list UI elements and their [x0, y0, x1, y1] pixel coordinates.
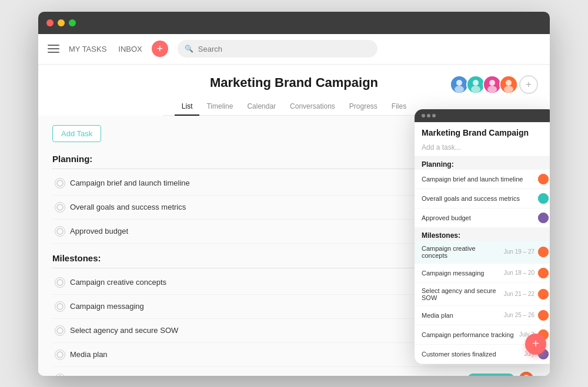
mobile-fab-button[interactable]: + — [525, 334, 546, 355]
svg-point-8 — [487, 86, 497, 93]
task-avatar — [519, 372, 533, 376]
mobile-dot — [432, 114, 436, 117]
table-row[interactable]: Campaign performance tracking Jul 3 In p… — [52, 367, 536, 376]
task-name: Media plan — [70, 350, 411, 359]
svg-point-20 — [57, 228, 63, 234]
task-checkbox[interactable] — [55, 178, 65, 189]
mobile-task-name: Overall goals and success metrics — [422, 195, 534, 202]
mobile-dots — [422, 114, 436, 117]
svg-point-2 — [455, 86, 464, 93]
title-bar — [38, 12, 550, 34]
task-name: Campaign messaging — [70, 302, 416, 311]
mobile-add-task[interactable]: Add a task... — [415, 141, 550, 157]
nav-links: MY TASKS INBOX — [69, 45, 142, 53]
svg-point-36 — [57, 352, 63, 358]
tab-progress[interactable]: Progress — [342, 97, 385, 115]
mobile-task-name: Approved budget — [422, 214, 534, 221]
mobile-planning-header: Planning: — [415, 157, 550, 170]
top-nav: MY TASKS INBOX + 🔍 — [38, 34, 550, 65]
mobile-task-name: Campaign performance tracking — [422, 331, 516, 338]
mobile-task-name: Campaign creative concepts — [422, 245, 500, 259]
task-checkbox[interactable] — [55, 277, 65, 288]
tab-bar: List Timeline Calendar Conversations Pro… — [163, 97, 425, 116]
svg-point-66 — [538, 310, 549, 321]
search-input[interactable] — [198, 45, 370, 53]
svg-point-32 — [57, 328, 63, 334]
mobile-task-name: Select agency and secure SOW — [422, 287, 500, 301]
fullscreen-button[interactable] — [69, 19, 76, 26]
svg-point-28 — [57, 304, 63, 309]
svg-point-62 — [538, 213, 549, 223]
mobile-project-title: Marketing Brand Campaign — [415, 122, 550, 141]
list-item[interactable]: Overall goals and success metrics — [415, 189, 550, 208]
task-date: Jul 3 — [416, 375, 463, 376]
svg-point-64 — [538, 268, 549, 278]
avatar[interactable] — [499, 75, 518, 94]
tab-list[interactable]: List — [175, 97, 200, 115]
tab-conversations[interactable]: Conversations — [283, 97, 342, 115]
mobile-task-name: Media plan — [422, 312, 500, 319]
svg-point-1 — [456, 80, 462, 86]
mobile-dot — [422, 114, 425, 117]
svg-point-7 — [489, 80, 495, 86]
mobile-task-name: Customer stories finalized — [422, 351, 520, 358]
mobile-task-avatar — [538, 268, 549, 278]
task-checkbox[interactable] — [55, 325, 65, 336]
mobile-dot — [427, 114, 430, 117]
mobile-card: Marketing Brand Campaign Add a task... P… — [415, 109, 550, 364]
global-add-button[interactable]: + — [152, 41, 168, 57]
mobile-task-name: Campaign messaging — [422, 270, 500, 277]
page-title: Marketing Brand Campaign — [210, 75, 378, 90]
list-item[interactable]: Media plan Jun 25 – 26 — [415, 306, 550, 325]
add-task-button[interactable]: Add Task — [52, 125, 101, 142]
mobile-task-date: Jun 21 – 22 — [504, 291, 534, 297]
mobile-milestones-header: Milestones: — [415, 228, 550, 241]
svg-point-16 — [57, 204, 63, 210]
mobile-task-date: Jun 18 – 20 — [504, 270, 534, 276]
mobile-task-avatar — [538, 247, 549, 257]
mobile-header — [415, 109, 550, 122]
tab-files[interactable]: Files — [385, 97, 413, 115]
my-tasks-link[interactable]: MY TASKS — [69, 45, 106, 53]
task-checkbox[interactable] — [55, 373, 65, 376]
close-button[interactable] — [46, 19, 54, 26]
task-checkbox[interactable] — [55, 202, 65, 213]
mobile-task-avatar — [538, 174, 549, 184]
task-name: Campaign brief and launch timeline — [70, 179, 416, 187]
list-item[interactable]: Campaign brief and launch timeline — [415, 170, 550, 189]
list-item[interactable]: Campaign messaging Jun 18 – 20 — [415, 264, 550, 283]
mobile-task-avatar — [538, 193, 549, 204]
list-item[interactable]: Approved budget — [415, 208, 550, 228]
tab-calendar[interactable]: Calendar — [240, 97, 283, 115]
list-item[interactable]: Select agency and secure SOW Jun 21 – 22 — [415, 283, 550, 306]
tab-timeline[interactable]: Timeline — [199, 97, 240, 115]
mac-window: MY TASKS INBOX + 🔍 Marketing Brand Campa… — [38, 12, 550, 376]
project-header: Marketing Brand Campaign + List — [38, 65, 550, 116]
task-checkbox[interactable] — [55, 226, 65, 237]
svg-point-65 — [538, 289, 549, 299]
minimize-button[interactable] — [58, 19, 65, 26]
task-checkbox[interactable] — [55, 349, 65, 360]
traffic-lights — [46, 19, 76, 26]
avatar-group: + — [450, 75, 538, 94]
svg-point-10 — [506, 80, 512, 86]
task-checkbox[interactable] — [55, 301, 65, 312]
mobile-task-name: Campaign brief and launch timeline — [422, 176, 534, 183]
add-member-button[interactable]: + — [519, 75, 538, 94]
svg-point-12 — [57, 180, 63, 186]
mobile-task-avatar — [538, 213, 549, 223]
svg-point-60 — [538, 174, 549, 184]
search-icon: 🔍 — [185, 45, 193, 53]
inbox-link[interactable]: INBOX — [118, 45, 142, 53]
svg-point-63 — [538, 247, 549, 257]
task-name: Overall goals and success metrics — [70, 203, 416, 211]
mobile-task-avatar — [538, 310, 549, 321]
svg-point-61 — [538, 193, 549, 204]
mobile-task-date: Jun 25 – 26 — [504, 312, 534, 318]
search-bar[interactable]: 🔍 — [178, 40, 377, 58]
list-item[interactable]: Campaign creative concepts Jun 19 – 27 — [415, 241, 550, 264]
task-name: Approved budget — [70, 227, 416, 235]
svg-point-11 — [504, 86, 513, 93]
mobile-task-date: Jun 19 – 27 — [504, 248, 534, 255]
hamburger-icon[interactable] — [48, 45, 59, 53]
